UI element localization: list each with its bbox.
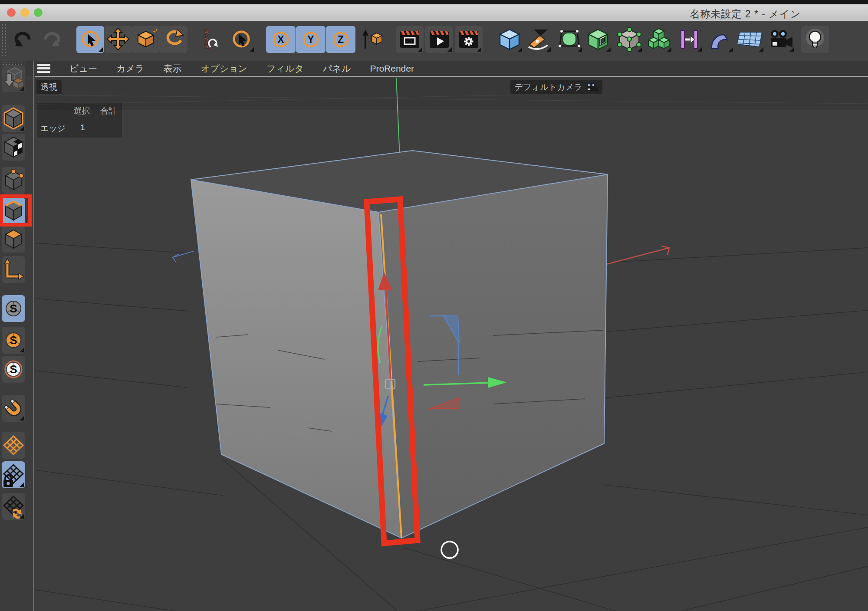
scale-button[interactable]	[132, 26, 160, 53]
workplane-transform-button[interactable]	[2, 493, 25, 520]
svg-text:X: X	[277, 34, 284, 45]
svg-text:S: S	[10, 363, 17, 376]
lock-workplane-icon	[3, 465, 23, 487]
y-axis-icon: Y	[304, 33, 318, 46]
pen-icon	[529, 30, 548, 49]
menu-prorender[interactable]: ProRender	[370, 63, 414, 74]
perspective-viewport[interactable]: 透視 デフォルトカメラ 選択 合計 エッジ 1	[35, 76, 868, 611]
svg-text:S: S	[10, 334, 17, 347]
texture-mode-button[interactable]	[2, 134, 25, 161]
cinema4d-window: 名称未設定 2 * - メイン PSR X	[0, 0, 868, 611]
camera-icon	[771, 30, 792, 47]
coordinate-system-button[interactable]	[358, 26, 385, 53]
subdivision-surface-icon	[559, 30, 581, 48]
workplane-transform-icon	[4, 496, 23, 518]
model-mode-icon	[5, 108, 22, 128]
add-cube-button[interactable]	[496, 26, 523, 53]
viewport-canvas[interactable]	[35, 77, 868, 611]
window-title: 名称未設定 2 * - メイン	[690, 7, 801, 21]
bend-deformer-icon	[712, 35, 728, 49]
lock-y-axis-button[interactable]: Y	[296, 26, 326, 53]
main-toolbar: PSR X Y Z	[0, 21, 868, 61]
selection-tool-icon	[234, 32, 249, 46]
make-editable-button[interactable]	[2, 65, 25, 92]
render-settings-icon	[459, 31, 478, 48]
enable-axis-button[interactable]	[2, 256, 25, 283]
rotate-icon	[168, 30, 184, 44]
magnet-button[interactable]	[2, 395, 25, 422]
polygon-mode-icon	[6, 230, 21, 248]
floor-button[interactable]	[737, 26, 765, 53]
render-settings-button[interactable]	[455, 26, 483, 53]
subdivision-surface-button[interactable]	[556, 26, 583, 53]
model-mode-button[interactable]	[2, 105, 25, 132]
polygon-mode-button[interactable]	[2, 226, 25, 253]
quantize-icon: S	[5, 361, 22, 378]
render-picture-viewer-button[interactable]	[425, 26, 453, 53]
menu-view[interactable]: ビュー	[69, 62, 97, 75]
field-icon	[681, 30, 697, 49]
sky-band	[35, 77, 868, 111]
z-axis-icon: Z	[334, 33, 348, 46]
camera-button[interactable]	[767, 26, 795, 53]
psr-icon: PSR	[204, 29, 209, 50]
workplane-button[interactable]	[2, 432, 25, 459]
menu-filter[interactable]: フィルタ	[266, 62, 304, 75]
menu-panel[interactable]: パネル	[323, 62, 351, 75]
view-mode-label[interactable]: 透視	[36, 80, 62, 94]
minimize-button[interactable]	[20, 8, 29, 17]
camera-small-icon	[586, 82, 598, 92]
live-selection-button[interactable]	[76, 26, 104, 53]
extrude-generator-button[interactable]	[584, 26, 612, 53]
psr-tool-button[interactable]: PSR	[196, 26, 224, 53]
menu-display[interactable]: 表示	[163, 62, 181, 75]
toolbar-drag-handle[interactable]	[1, 23, 6, 58]
light-button[interactable]	[801, 26, 829, 53]
quantize-button[interactable]: S	[2, 356, 25, 383]
edge-mode-button[interactable]	[2, 197, 25, 224]
redo-button[interactable]	[37, 26, 65, 53]
undo-icon	[15, 33, 29, 46]
spline-pen-button[interactable]	[524, 26, 552, 53]
lock-workplane-button[interactable]	[2, 461, 25, 488]
titlebar: 名称未設定 2 * - メイン	[0, 4, 868, 21]
camera-label[interactable]: デフォルトカメラ	[510, 80, 602, 94]
scale-icon	[138, 30, 157, 47]
render-view-icon	[400, 31, 419, 48]
last-used-tool-button[interactable]	[227, 26, 255, 53]
close-button[interactable]	[7, 8, 16, 17]
points-mode-button[interactable]	[2, 167, 25, 194]
snap-settings-button[interactable]: S	[2, 327, 25, 354]
light-icon	[806, 29, 824, 48]
field-button[interactable]	[675, 26, 703, 53]
menu-options[interactable]: オプション	[201, 62, 247, 75]
selection-info-panel: 選択 合計 エッジ 1	[37, 103, 122, 138]
axis-icon	[4, 259, 24, 279]
selection-header-right: 合計	[100, 106, 117, 115]
selection-row-label: エッジ	[40, 123, 66, 134]
lock-x-axis-button[interactable]: X	[266, 26, 296, 53]
pane-splitter[interactable]	[33, 61, 34, 611]
cube-primitive-icon	[500, 30, 519, 49]
x-axis-icon: X	[274, 33, 288, 46]
lock-z-axis-button[interactable]: Z	[326, 26, 355, 53]
ffd-deformer-button[interactable]	[615, 26, 643, 53]
menu-hamburger-icon[interactable]	[37, 64, 50, 73]
bend-deformer-button[interactable]	[707, 26, 734, 53]
mograph-cloner-button[interactable]	[645, 26, 673, 53]
cloner-icon	[648, 29, 669, 49]
selection-row-value: 1	[80, 123, 85, 134]
enable-snap-button[interactable]: S	[2, 295, 25, 322]
edge-mode-icon	[6, 201, 21, 220]
zoom-button[interactable]	[34, 8, 43, 17]
rotate-button[interactable]	[160, 26, 187, 53]
sidebar-drag-handle[interactable]	[2, 61, 24, 65]
svg-text:Y: Y	[307, 34, 314, 45]
menu-camera[interactable]: カメラ	[116, 62, 144, 75]
move-button[interactable]	[104, 26, 132, 53]
ffd-deformer-icon	[618, 27, 641, 52]
magnet-icon	[4, 399, 21, 416]
render-picture-viewer-icon	[430, 31, 449, 48]
undo-button[interactable]	[10, 26, 37, 53]
render-view-button[interactable]	[396, 26, 424, 53]
